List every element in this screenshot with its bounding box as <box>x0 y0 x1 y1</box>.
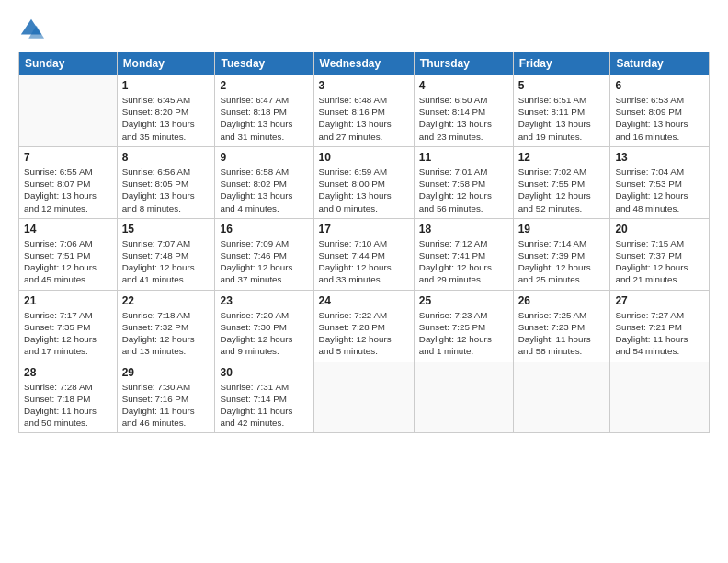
day-info: Sunrise: 7:18 AM Sunset: 7:32 PM Dayligh… <box>122 309 210 358</box>
weekday-header-sunday: Sunday <box>19 52 118 75</box>
calendar-cell: 22Sunrise: 7:18 AM Sunset: 7:32 PM Dayli… <box>117 290 215 362</box>
day-number: 29 <box>122 366 210 379</box>
day-info: Sunrise: 6:55 AM Sunset: 8:07 PM Dayligh… <box>24 166 112 214</box>
calendar-cell: 24Sunrise: 7:22 AM Sunset: 7:28 PM Dayli… <box>313 290 414 362</box>
logo <box>18 17 48 42</box>
day-number: 16 <box>220 223 308 236</box>
day-info: Sunrise: 7:30 AM Sunset: 7:16 PM Dayligh… <box>122 381 210 430</box>
day-number: 11 <box>419 151 508 164</box>
calendar-cell: 12Sunrise: 7:02 AM Sunset: 7:55 PM Dayli… <box>513 146 610 218</box>
calendar-cell: 23Sunrise: 7:20 AM Sunset: 7:30 PM Dayli… <box>215 290 313 362</box>
logo-icon <box>18 17 44 42</box>
weekday-header-wednesday: Wednesday <box>313 52 414 75</box>
day-info: Sunrise: 7:20 AM Sunset: 7:30 PM Dayligh… <box>220 309 308 358</box>
calendar-cell: 29Sunrise: 7:30 AM Sunset: 7:16 PM Dayli… <box>117 362 215 433</box>
calendar-cell: 1Sunrise: 6:45 AM Sunset: 8:20 PM Daylig… <box>117 75 215 147</box>
calendar-table: SundayMondayTuesdayWednesdayThursdayFrid… <box>18 52 710 433</box>
day-info: Sunrise: 6:58 AM Sunset: 8:02 PM Dayligh… <box>220 166 308 214</box>
day-number: 5 <box>518 79 606 92</box>
day-info: Sunrise: 7:01 AM Sunset: 7:58 PM Dayligh… <box>419 166 508 214</box>
weekday-header-saturday: Saturday <box>610 52 710 75</box>
calendar-cell: 11Sunrise: 7:01 AM Sunset: 7:58 PM Dayli… <box>414 146 513 218</box>
calendar-cell: 21Sunrise: 7:17 AM Sunset: 7:35 PM Dayli… <box>19 290 118 362</box>
calendar-cell: 18Sunrise: 7:12 AM Sunset: 7:41 PM Dayli… <box>414 218 513 290</box>
calendar-cell: 8Sunrise: 6:56 AM Sunset: 8:05 PM Daylig… <box>117 146 215 218</box>
calendar-cell: 2Sunrise: 6:47 AM Sunset: 8:18 PM Daylig… <box>215 75 313 147</box>
day-info: Sunrise: 7:10 AM Sunset: 7:44 PM Dayligh… <box>319 237 409 286</box>
day-info: Sunrise: 7:28 AM Sunset: 7:18 PM Dayligh… <box>24 381 112 430</box>
calendar-cell <box>19 75 118 147</box>
calendar-cell: 3Sunrise: 6:48 AM Sunset: 8:16 PM Daylig… <box>313 75 414 147</box>
calendar-cell: 4Sunrise: 6:50 AM Sunset: 8:14 PM Daylig… <box>414 75 513 147</box>
day-number: 7 <box>24 151 112 164</box>
day-info: Sunrise: 7:23 AM Sunset: 7:25 PM Dayligh… <box>419 309 508 358</box>
day-number: 2 <box>220 79 308 92</box>
calendar-cell: 5Sunrise: 6:51 AM Sunset: 8:11 PM Daylig… <box>513 75 610 147</box>
weekday-header-row: SundayMondayTuesdayWednesdayThursdayFrid… <box>19 52 710 75</box>
day-number: 8 <box>122 151 210 164</box>
calendar-cell: 13Sunrise: 7:04 AM Sunset: 7:53 PM Dayli… <box>610 146 710 218</box>
page: SundayMondayTuesdayWednesdayThursdayFrid… <box>0 0 728 563</box>
day-info: Sunrise: 7:25 AM Sunset: 7:23 PM Dayligh… <box>518 309 606 358</box>
day-number: 14 <box>24 223 112 236</box>
day-number: 22 <box>122 294 210 307</box>
weekday-header-monday: Monday <box>117 52 215 75</box>
day-info: Sunrise: 6:45 AM Sunset: 8:20 PM Dayligh… <box>122 94 210 143</box>
day-info: Sunrise: 6:51 AM Sunset: 8:11 PM Dayligh… <box>518 94 606 143</box>
day-info: Sunrise: 6:56 AM Sunset: 8:05 PM Dayligh… <box>122 166 210 214</box>
calendar-cell: 25Sunrise: 7:23 AM Sunset: 7:25 PM Dayli… <box>414 290 513 362</box>
header <box>18 17 710 42</box>
day-number: 12 <box>518 151 606 164</box>
day-number: 27 <box>615 294 704 307</box>
day-number: 28 <box>24 366 112 379</box>
calendar-cell <box>513 362 610 433</box>
day-info: Sunrise: 7:02 AM Sunset: 7:55 PM Dayligh… <box>518 166 606 214</box>
day-number: 3 <box>319 79 409 92</box>
calendar-cell <box>313 362 414 433</box>
day-number: 15 <box>122 223 210 236</box>
calendar-cell: 20Sunrise: 7:15 AM Sunset: 7:37 PM Dayli… <box>610 218 710 290</box>
calendar-cell: 10Sunrise: 6:59 AM Sunset: 8:00 PM Dayli… <box>313 146 414 218</box>
day-info: Sunrise: 6:47 AM Sunset: 8:18 PM Dayligh… <box>220 94 308 143</box>
calendar-cell: 15Sunrise: 7:07 AM Sunset: 7:48 PM Dayli… <box>117 218 215 290</box>
day-info: Sunrise: 7:12 AM Sunset: 7:41 PM Dayligh… <box>419 237 508 286</box>
calendar-cell <box>610 362 710 433</box>
day-info: Sunrise: 7:07 AM Sunset: 7:48 PM Dayligh… <box>122 237 210 286</box>
day-number: 9 <box>220 151 308 164</box>
day-number: 4 <box>419 79 508 92</box>
day-info: Sunrise: 7:17 AM Sunset: 7:35 PM Dayligh… <box>24 309 112 358</box>
calendar-cell: 9Sunrise: 6:58 AM Sunset: 8:02 PM Daylig… <box>215 146 313 218</box>
calendar-cell: 30Sunrise: 7:31 AM Sunset: 7:14 PM Dayli… <box>215 362 313 433</box>
day-number: 23 <box>220 294 308 307</box>
day-info: Sunrise: 7:15 AM Sunset: 7:37 PM Dayligh… <box>615 237 704 286</box>
week-row-2: 7Sunrise: 6:55 AM Sunset: 8:07 PM Daylig… <box>19 146 710 218</box>
weekday-header-friday: Friday <box>513 52 610 75</box>
day-number: 25 <box>419 294 508 307</box>
calendar-cell: 16Sunrise: 7:09 AM Sunset: 7:46 PM Dayli… <box>215 218 313 290</box>
day-info: Sunrise: 6:59 AM Sunset: 8:00 PM Dayligh… <box>319 166 409 214</box>
day-info: Sunrise: 6:48 AM Sunset: 8:16 PM Dayligh… <box>319 94 409 143</box>
week-row-1: 1Sunrise: 6:45 AM Sunset: 8:20 PM Daylig… <box>19 75 710 147</box>
calendar-cell: 14Sunrise: 7:06 AM Sunset: 7:51 PM Dayli… <box>19 218 118 290</box>
day-number: 13 <box>615 151 704 164</box>
calendar-cell: 28Sunrise: 7:28 AM Sunset: 7:18 PM Dayli… <box>19 362 118 433</box>
day-number: 19 <box>518 223 606 236</box>
day-number: 6 <box>615 79 704 92</box>
week-row-4: 21Sunrise: 7:17 AM Sunset: 7:35 PM Dayli… <box>19 290 710 362</box>
day-info: Sunrise: 7:27 AM Sunset: 7:21 PM Dayligh… <box>615 309 704 358</box>
day-info: Sunrise: 7:14 AM Sunset: 7:39 PM Dayligh… <box>518 237 606 286</box>
day-info: Sunrise: 7:09 AM Sunset: 7:46 PM Dayligh… <box>220 237 308 286</box>
calendar-cell: 19Sunrise: 7:14 AM Sunset: 7:39 PM Dayli… <box>513 218 610 290</box>
calendar-cell: 7Sunrise: 6:55 AM Sunset: 8:07 PM Daylig… <box>19 146 118 218</box>
day-info: Sunrise: 7:22 AM Sunset: 7:28 PM Dayligh… <box>319 309 409 358</box>
day-info: Sunrise: 7:04 AM Sunset: 7:53 PM Dayligh… <box>615 166 704 214</box>
weekday-header-tuesday: Tuesday <box>215 52 313 75</box>
day-number: 10 <box>319 151 409 164</box>
calendar-cell: 17Sunrise: 7:10 AM Sunset: 7:44 PM Dayli… <box>313 218 414 290</box>
day-number: 30 <box>220 366 308 379</box>
day-number: 24 <box>319 294 409 307</box>
day-number: 20 <box>615 223 704 236</box>
week-row-3: 14Sunrise: 7:06 AM Sunset: 7:51 PM Dayli… <box>19 218 710 290</box>
day-number: 17 <box>319 223 409 236</box>
calendar-cell: 27Sunrise: 7:27 AM Sunset: 7:21 PM Dayli… <box>610 290 710 362</box>
